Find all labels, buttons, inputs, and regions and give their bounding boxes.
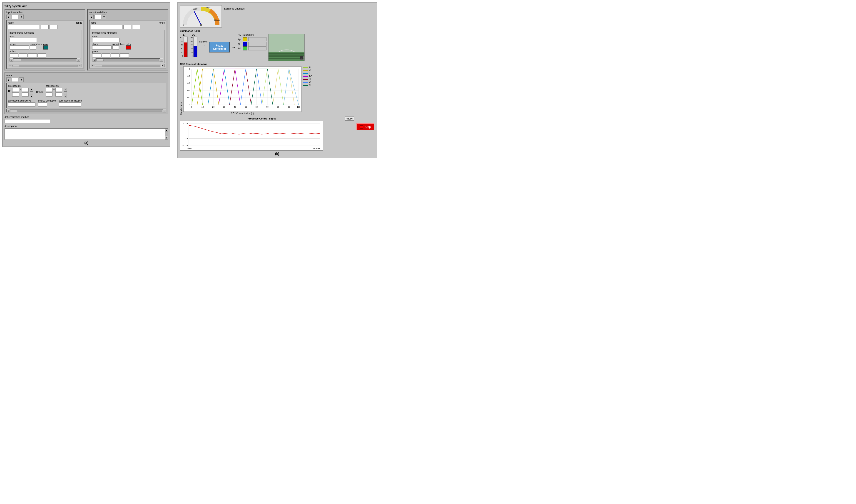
fuzzy-controller-box: Fuzzy Controller: [209, 42, 230, 52]
input-name-field[interactable]: E: [8, 25, 40, 29]
b-top: 0 5000 10000 16000 Dynamic Changes: [180, 5, 374, 28]
vl-label: VL: [309, 69, 312, 72]
svg-text:0.8: 0.8: [188, 75, 190, 77]
input-spin-up[interactable]: ▲: [6, 15, 11, 19]
rules-scrollbar[interactable]: ◄ ►: [6, 109, 166, 112]
output-spin-down[interactable]: ▼: [102, 15, 106, 19]
svg-text:-100.0: -100.0: [182, 144, 188, 147]
therm-ec-ticks: 0 20 40 60 80 100: [190, 37, 193, 57]
therm-ec-outer: [193, 37, 197, 57]
desc-scrollbar[interactable]: ▲ ▼: [165, 129, 168, 140]
vh-line: [303, 82, 308, 83]
output-main-scroll-left[interactable]: ◄: [91, 64, 94, 67]
output-main-scrollbar[interactable]: ◄ ►: [91, 64, 165, 67]
cons2-val2[interactable]: 0: [55, 92, 62, 96]
implication-field[interactable]: Product: [59, 103, 81, 107]
input-range-min[interactable]: 0: [41, 25, 49, 29]
input-p4[interactable]: 100: [37, 53, 46, 57]
cons-scroll-up[interactable]: ▲: [64, 88, 67, 91]
therm-e-outer: [183, 37, 188, 57]
cons2-val1[interactable]: 0: [46, 92, 52, 96]
input-shape-field[interactable]: Trapezoid: [10, 46, 29, 50]
output-spin-value[interactable]: 0: [94, 15, 101, 19]
input-p2[interactable]: 87: [19, 53, 28, 57]
gauge-val10000: 10000: [206, 6, 211, 8]
if-label: IF: [8, 88, 11, 92]
desc-scroll-down[interactable]: ▼: [165, 136, 168, 140]
ante1-val1[interactable]: 0: [12, 88, 19, 92]
kd-label: Kd: [237, 47, 242, 50]
output-name-field[interactable]: Kp: [91, 25, 122, 29]
input-scroll-right[interactable]: ►: [77, 58, 80, 61]
implication-group: consequent implication Product: [59, 100, 82, 107]
ante2-val1[interactable]: 1: [12, 92, 19, 96]
l-line: [303, 73, 308, 74]
rules-scroll-right[interactable]: ►: [163, 109, 166, 112]
input-main-scroll-left[interactable]: ◄: [8, 64, 11, 67]
input-userdefined-field[interactable]: 0: [30, 46, 36, 50]
rules-section: rules ▲ 0 ▼ antecedents IF 0: [4, 72, 168, 114]
antecedents-label: antecedents: [8, 85, 33, 87]
input-p1[interactable]: 83: [10, 53, 18, 57]
output-scroll-left[interactable]: ◄: [92, 58, 96, 61]
gauge-val0: 0: [183, 24, 184, 26]
desc-scroll-up[interactable]: ▲: [165, 129, 168, 132]
cons1-val1[interactable]: 1: [46, 88, 52, 92]
degree-field[interactable]: 1: [38, 103, 47, 107]
input-scroll-left[interactable]: ◄: [10, 58, 13, 61]
kp-bar: [248, 37, 266, 41]
input-mem-name-field[interactable]: EH: [10, 38, 37, 42]
output-range-max[interactable]: 100: [132, 25, 140, 29]
input-scroll-thumb[interactable]: [14, 59, 21, 61]
svg-text:90: 90: [288, 106, 290, 108]
output-p1[interactable]: 0: [92, 53, 101, 57]
input-main-scroll-right[interactable]: ►: [78, 64, 82, 67]
input-spin-value[interactable]: 0: [12, 15, 18, 19]
output-main-scroll-right[interactable]: ►: [161, 64, 164, 67]
ante-scroll-up[interactable]: ▲: [30, 88, 33, 91]
input-main-scroll-thumb[interactable]: [13, 65, 19, 67]
input-mem-scrollbar[interactable]: ◄ ►: [10, 58, 81, 61]
output-color-swatch[interactable]: [126, 46, 131, 50]
input-main-scrollbar[interactable]: ◄ ►: [8, 64, 82, 67]
input-spin-down[interactable]: ▼: [19, 15, 24, 19]
e-label: E: [183, 34, 185, 36]
stop-label: Stop: [364, 125, 371, 129]
output-mem-scrollbar[interactable]: ◄ ►: [92, 58, 163, 61]
ante-scroll-down[interactable]: ▼: [30, 95, 33, 98]
ante2-val2[interactable]: 0: [22, 92, 29, 96]
output-mem-functions: membership functions name VL shape Trape…: [91, 30, 165, 63]
ec-label: EC: [192, 34, 195, 36]
output-p3[interactable]: 1.5: [111, 53, 120, 57]
ante1-val2[interactable]: 0: [22, 88, 29, 92]
cons1-val2[interactable]: 1: [55, 88, 62, 92]
gauge-val5000: 5000: [193, 8, 197, 10]
connective-field[interactable]: AND (Minimum): [8, 103, 35, 107]
rules-spin-up[interactable]: ▲: [6, 77, 11, 82]
panel-a-caption: (a): [4, 141, 168, 145]
output-userdefined-field[interactable]: 0: [112, 46, 119, 50]
output-range-min[interactable]: 0: [123, 25, 131, 29]
membership-section: Membership: [180, 66, 374, 115]
rules-scroll-left[interactable]: ◄: [6, 109, 10, 112]
input-color-swatch[interactable]: [43, 46, 48, 50]
stop-button-group[interactable]: Stop: [356, 116, 374, 130]
output-spin-up[interactable]: ▲: [89, 15, 94, 19]
output-mem-name-field[interactable]: VL: [92, 38, 120, 42]
input-p3[interactable]: 100: [28, 53, 37, 57]
input-range-max[interactable]: 100: [50, 25, 57, 29]
defuzz-field[interactable]: Center of Maximum: [4, 119, 50, 123]
rules-spin-down[interactable]: ▼: [19, 77, 24, 82]
membership-chart-wrap: Membership: [180, 66, 301, 115]
output-main-scroll-thumb[interactable]: [95, 65, 102, 67]
output-scroll-thumb[interactable]: [97, 59, 104, 61]
output-p4[interactable]: 2.5: [120, 53, 129, 57]
output-shape-field[interactable]: Trapezoid: [92, 46, 111, 50]
svg-text:172330: 172330: [185, 147, 192, 150]
rules-spin-value[interactable]: 0: [12, 78, 18, 82]
output-p2[interactable]: 0: [102, 53, 110, 57]
stop-button[interactable]: Stop: [356, 123, 374, 130]
output-scroll-right[interactable]: ►: [160, 58, 163, 61]
cons-scroll-down[interactable]: ▼: [64, 95, 67, 98]
rules-scroll-thumb[interactable]: [11, 110, 18, 112]
